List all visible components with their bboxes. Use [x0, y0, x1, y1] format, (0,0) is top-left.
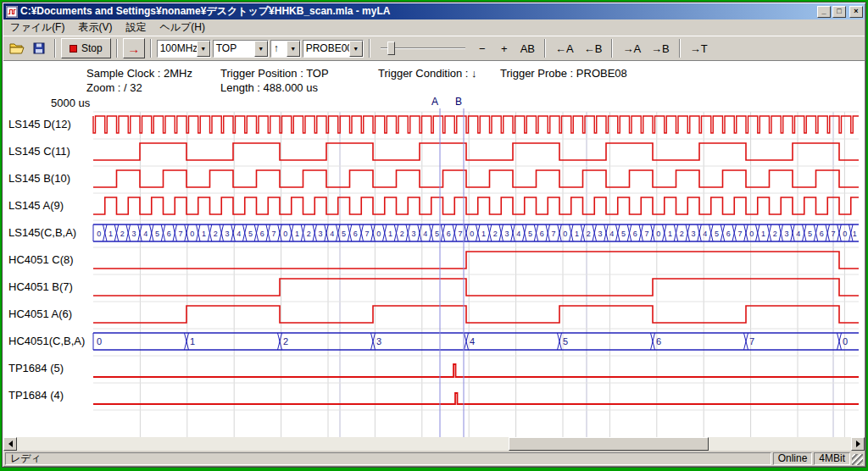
bus-transition	[686, 224, 690, 241]
bus-value-label: 0	[97, 230, 101, 238]
bus-value-label: 1	[575, 230, 579, 238]
trigger-position-dropdown[interactable]: TOP ▼	[213, 40, 269, 58]
bus-transition	[511, 224, 515, 241]
bus-transition	[546, 224, 550, 241]
bus-transition	[173, 224, 177, 241]
trigger-probe-value: PROBE00	[303, 41, 349, 57]
toolbar-separator	[611, 39, 613, 58]
channel-label: HC4051 B(7)	[8, 280, 73, 293]
save-file-button[interactable]	[29, 38, 49, 58]
goto-cursor-a-right-button[interactable]: →A	[618, 39, 645, 58]
channel-label: LS145 C(11)	[8, 145, 70, 158]
bus-transition	[336, 224, 340, 241]
sample-clock-value: 100MHz	[158, 41, 197, 57]
menu-help[interactable]: ヘルプ(H)	[153, 19, 212, 36]
bus-transition	[581, 224, 585, 241]
bus-transition	[767, 224, 771, 241]
menu-view[interactable]: 表示(V)	[71, 19, 119, 36]
bus-value-label: 5	[528, 230, 532, 238]
bus-transition	[558, 333, 562, 350]
bus-value-label: 1	[190, 336, 195, 346]
bus-transition	[382, 224, 387, 241]
goto-cursor-b-left-button[interactable]: ←B	[580, 39, 607, 58]
bus-value-label: 6	[167, 230, 171, 238]
window-title: C:¥Documents and Settings¥noname¥デスクトップ¥…	[20, 4, 815, 19]
chevron-down-icon[interactable]: ▼	[197, 41, 210, 57]
bus-value-label: 1	[108, 230, 113, 238]
bus-value-label: 2	[400, 230, 404, 238]
status-online-badge: Online	[773, 452, 813, 465]
menu-file[interactable]: ファイル(F)	[3, 19, 71, 36]
bus-value-label: 6	[656, 336, 661, 346]
close-button[interactable]: ×	[849, 6, 863, 18]
channel-trace	[93, 143, 859, 160]
bus-value-label: 5	[808, 230, 812, 238]
bus-value-label: 1	[295, 230, 299, 238]
bus-value-label: 2	[214, 230, 218, 238]
bus-transition	[534, 224, 538, 241]
goto-cursor-b-right-button[interactable]: →B	[647, 39, 674, 58]
toolbar-separator	[150, 39, 152, 58]
channel-trace	[93, 306, 859, 323]
bus-transition	[709, 224, 713, 241]
chevron-down-icon[interactable]: ▼	[287, 41, 300, 57]
maximize-button[interactable]: □	[832, 6, 846, 18]
resize-grip[interactable]	[852, 454, 863, 465]
horizontal-scrollbar[interactable]	[3, 437, 865, 451]
chevron-down-icon[interactable]: ▼	[349, 41, 363, 57]
zoom-out-button[interactable]: −	[472, 39, 492, 58]
bus-transition	[837, 224, 842, 241]
run-button[interactable]: →	[123, 38, 145, 58]
bus-transition	[604, 224, 609, 241]
waveform-panel: Sample Clock : 2MHz Trigger Position : T…	[3, 60, 865, 437]
bus-value-label: 3	[225, 230, 230, 238]
bus-transition	[674, 224, 678, 241]
channel-label: TP1684 (4)	[8, 389, 64, 402]
channel-trace	[93, 279, 859, 296]
channel-trace	[93, 364, 859, 377]
bus-value-label: 7	[459, 230, 463, 238]
minimize-button[interactable]: _	[817, 6, 831, 18]
bus-value-label: 0	[470, 230, 474, 238]
trigger-edge-dropdown[interactable]: ↑ ▼	[270, 40, 301, 58]
bus-transition	[662, 224, 666, 241]
bus-transition	[476, 224, 480, 241]
toolbar-separator	[54, 39, 56, 58]
cursor-label-A: A	[431, 96, 438, 108]
goto-trigger-button[interactable]: →T	[686, 39, 712, 58]
chevron-down-icon[interactable]: ▼	[254, 41, 268, 57]
bus-transition	[593, 224, 597, 241]
bus-value-label: 3	[598, 230, 603, 238]
bus-value-label: 0	[97, 336, 102, 346]
zoom-slider[interactable]	[381, 38, 465, 58]
sample-clock-dropdown[interactable]: 100MHz ▼	[157, 40, 211, 58]
bus-transition	[732, 224, 737, 241]
slider-handle[interactable]	[387, 42, 395, 55]
bus-value-label: 1	[481, 230, 486, 238]
bus-value-label: 7	[272, 230, 276, 238]
cursor-ab-button[interactable]: AB	[516, 39, 539, 58]
channel-label: HC4051 A(6)	[8, 308, 72, 320]
bus-transition	[185, 224, 189, 241]
scroll-left-button[interactable]	[3, 437, 17, 451]
open-file-button[interactable]	[7, 38, 27, 58]
bus-transition	[313, 224, 317, 241]
menu-settings[interactable]: 設定	[119, 19, 153, 36]
channel-trace	[93, 252, 859, 269]
bus-value-label: 4	[470, 336, 475, 346]
bus-transition	[429, 224, 433, 241]
bus-value-label: 4	[703, 230, 707, 238]
stop-button[interactable]: Stop	[61, 38, 111, 58]
trigger-edge-value: ↑	[271, 41, 287, 57]
scrollbar-thumb[interactable]	[509, 437, 709, 451]
bus-transition	[639, 224, 643, 241]
bus-value-label: 2	[283, 336, 288, 346]
bus-transition	[814, 224, 818, 241]
bus-transition	[826, 224, 830, 241]
scroll-right-button[interactable]	[851, 437, 865, 451]
goto-cursor-a-left-button[interactable]: ←A	[551, 39, 578, 58]
toolbar-separator	[369, 39, 370, 58]
trigger-probe-dropdown[interactable]: PROBE00 ▼	[303, 40, 364, 58]
channel-label: TP1684 (5)	[8, 362, 64, 374]
zoom-in-button[interactable]: +	[494, 39, 515, 58]
